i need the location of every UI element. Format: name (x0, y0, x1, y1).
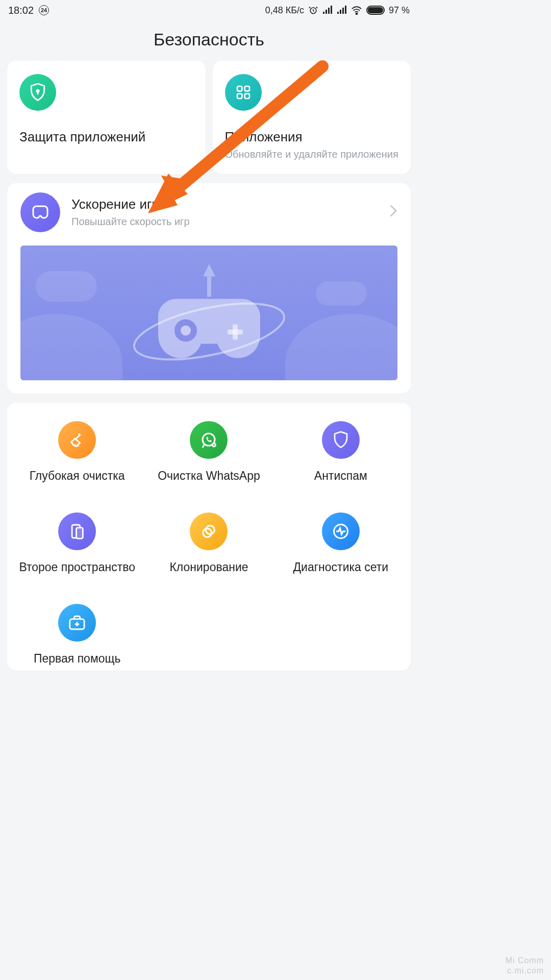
gamepad-icon (20, 192, 60, 232)
grid-item-second-space[interactable]: Второе пространство (11, 512, 143, 574)
grid-item-clone[interactable]: Клонирование (143, 512, 274, 574)
svg-rect-5 (237, 94, 242, 99)
svg-point-2 (37, 90, 39, 92)
card-subtitle: Обновляйте и удаляйте приложения (225, 148, 399, 161)
alarm-icon (308, 5, 318, 15)
svg-point-1 (356, 13, 358, 15)
signal-2-icon (337, 6, 347, 15)
status-left: 18:02 24 (8, 5, 49, 16)
whatsapp-icon (190, 421, 228, 459)
first-aid-icon (58, 604, 96, 642)
grid-label: Очистка WhatsApp (158, 469, 260, 483)
grid-label: Диагностика сети (293, 560, 389, 574)
svg-rect-14 (77, 528, 83, 538)
grid-label: Антиспам (314, 469, 367, 483)
status-bar: 18:02 24 0,48 КБ/с 97 % (0, 0, 418, 20)
grid-label: Глубокая очистка (30, 469, 125, 483)
tools-grid: Глубокая очистка Очистка WhatsApp Антисп… (11, 421, 407, 666)
grid-item-net-diag[interactable]: Диагностика сети (275, 512, 407, 574)
top-row: Защита приложений Приложения Обновляйте … (7, 61, 411, 174)
card-subtitle: Повышайте скорость игр (71, 215, 378, 228)
shield-icon (322, 421, 360, 459)
content: Защита приложений Приложения Обновляйте … (0, 61, 418, 671)
shield-lock-icon (19, 74, 56, 111)
battery-icon (366, 6, 385, 15)
clone-icon (190, 512, 228, 550)
chevron-right-icon (389, 204, 397, 221)
svg-rect-3 (237, 86, 242, 91)
svg-rect-6 (244, 94, 249, 99)
grid-label: Второе пространство (19, 560, 135, 574)
network-speed: 0,48 КБ/с (265, 5, 304, 16)
card-title: Защита приложений (19, 129, 193, 145)
signal-1-icon (322, 6, 333, 15)
broom-icon (58, 421, 96, 459)
page-title: Безопасность (0, 30, 418, 50)
notification-count-icon: 24 (39, 5, 49, 15)
clock: 18:02 (8, 5, 34, 16)
grid-item-whatsapp-clean[interactable]: Очистка WhatsApp (143, 421, 274, 483)
wifi-icon (351, 6, 362, 15)
card-app-protection[interactable]: Защита приложений (7, 61, 206, 174)
card-title: Приложения (225, 129, 399, 145)
apps-grid-icon (225, 74, 262, 111)
tools-grid-card: Глубокая очистка Очистка WhatsApp Антисп… (7, 403, 411, 671)
devices-icon (58, 512, 96, 550)
grid-item-antispam[interactable]: Антиспам (275, 421, 407, 483)
svg-rect-4 (244, 86, 249, 91)
grid-label: Первая помощь (34, 652, 120, 666)
grid-item-deep-clean[interactable]: Глубокая очистка (11, 421, 143, 483)
status-right: 0,48 КБ/с 97 % (265, 5, 410, 16)
grid-label: Клонирование (169, 560, 248, 574)
diagnostics-icon (322, 512, 360, 550)
card-apps[interactable]: Приложения Обновляйте и удаляйте приложе… (213, 61, 411, 174)
card-game-boost[interactable]: Ускорение игр Повышайте скорость игр (7, 183, 411, 394)
grid-item-first-aid[interactable]: Первая помощь (11, 604, 143, 666)
battery-percent: 97 % (389, 5, 410, 16)
card-title: Ускорение игр (71, 197, 378, 212)
svg-rect-11 (228, 330, 243, 335)
svg-point-9 (181, 326, 191, 336)
game-boost-banner (20, 246, 397, 380)
game-boost-header: Ускорение игр Повышайте скорость игр (20, 192, 397, 232)
